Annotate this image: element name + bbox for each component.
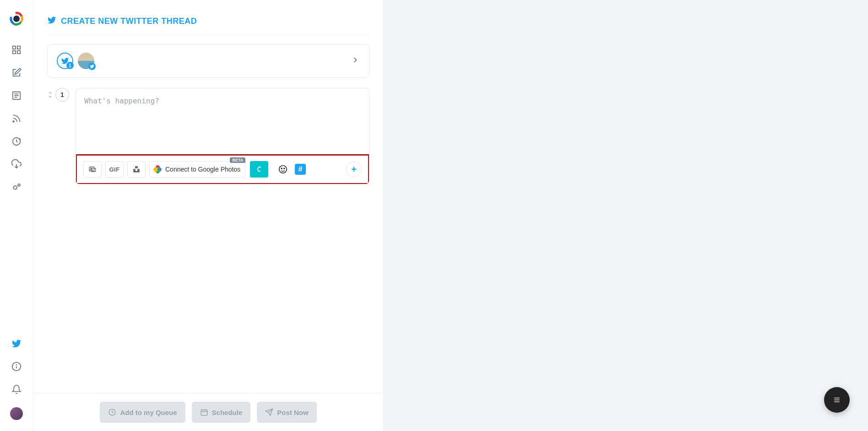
- canva-button[interactable]: [250, 161, 268, 178]
- page-title-text: CREATE NEW TWITTER THREAD: [61, 16, 197, 26]
- dashboard-icon[interactable]: [11, 45, 22, 55]
- add-image-button[interactable]: [83, 161, 102, 178]
- schedule-label: Schedule: [212, 409, 243, 416]
- chevron-right-icon[interactable]: [351, 55, 360, 66]
- main-content: CREATE NEW TWITTER THREAD 1 1: [33, 0, 383, 320]
- emoji-button[interactable]: [277, 163, 289, 176]
- hashtag-button[interactable]: #: [295, 164, 306, 175]
- svg-rect-16: [89, 167, 94, 171]
- post-now-button[interactable]: Post Now: [257, 402, 316, 423]
- svg-point-9: [13, 121, 14, 122]
- connect-google-photos-button[interactable]: Connect to Google Photos BETA: [149, 161, 245, 178]
- svg-point-12: [18, 184, 20, 186]
- page-title: CREATE NEW TWITTER THREAD: [47, 16, 369, 36]
- composer-toolbar: GIF Connect to Google Photos BETA: [77, 156, 368, 183]
- fab-menu-button[interactable]: [824, 387, 850, 413]
- svg-rect-1: [13, 46, 16, 49]
- selected-account-avatar[interactable]: [78, 53, 94, 69]
- download-icon[interactable]: [11, 159, 22, 169]
- settings-icon[interactable]: [11, 182, 22, 192]
- svg-point-21: [282, 168, 282, 169]
- queue-icon: [108, 408, 116, 416]
- composer-row: 1 GIF Connect to: [47, 88, 369, 184]
- tweet-number: 1: [55, 88, 69, 102]
- calendar-icon: [200, 408, 208, 416]
- svg-rect-4: [13, 51, 16, 54]
- account-count-badge: 1: [66, 62, 74, 69]
- user-avatar[interactable]: [10, 407, 23, 420]
- send-icon: [265, 408, 273, 416]
- rss-icon[interactable]: [11, 113, 22, 124]
- svg-point-15: [16, 365, 17, 365]
- footer-actions: Add to my Queue Schedule Post Now: [33, 393, 383, 431]
- tweet-input[interactable]: [76, 88, 369, 152]
- svg-point-0: [13, 16, 20, 22]
- google-photos-label: Connect to Google Photos: [165, 166, 240, 173]
- info-icon[interactable]: [11, 361, 22, 372]
- tweet-index[interactable]: 1: [47, 88, 69, 102]
- list-icon[interactable]: [11, 91, 22, 101]
- menu-icon: [832, 395, 841, 404]
- queue-label: Add to my Queue: [120, 409, 177, 416]
- schedule-button[interactable]: Schedule: [192, 402, 251, 423]
- add-gif-button[interactable]: GIF: [105, 161, 124, 178]
- beta-badge: BETA: [230, 157, 245, 163]
- bell-icon[interactable]: [11, 384, 22, 394]
- app-logo[interactable]: [9, 11, 24, 27]
- svg-rect-24: [201, 410, 207, 415]
- google-photos-icon: [153, 165, 162, 173]
- add-to-queue-button[interactable]: Add to my Queue: [100, 402, 185, 423]
- twitter-badge-icon: [88, 63, 96, 70]
- svg-rect-2: [17, 46, 20, 49]
- sidebar: [0, 0, 33, 431]
- svg-point-22: [284, 168, 285, 169]
- recycle-icon[interactable]: [11, 136, 22, 146]
- preview-panel: [383, 0, 868, 431]
- svg-rect-3: [17, 51, 20, 54]
- twitter-icon[interactable]: [11, 339, 22, 349]
- composer: GIF Connect to Google Photos BETA: [76, 88, 369, 184]
- twitter-icon: [47, 16, 56, 27]
- add-tweet-button[interactable]: +: [346, 162, 362, 177]
- account-selector[interactable]: 1: [47, 44, 369, 78]
- toolbar-highlight: GIF Connect to Google Photos BETA: [76, 154, 369, 184]
- svg-rect-19: [135, 166, 138, 168]
- add-unsplash-button[interactable]: [127, 161, 146, 178]
- reorder-icon: [47, 92, 54, 98]
- twitter-account-chip[interactable]: 1: [57, 53, 73, 69]
- post-now-label: Post Now: [277, 409, 308, 416]
- compose-icon[interactable]: [11, 68, 22, 78]
- svg-point-20: [279, 166, 287, 173]
